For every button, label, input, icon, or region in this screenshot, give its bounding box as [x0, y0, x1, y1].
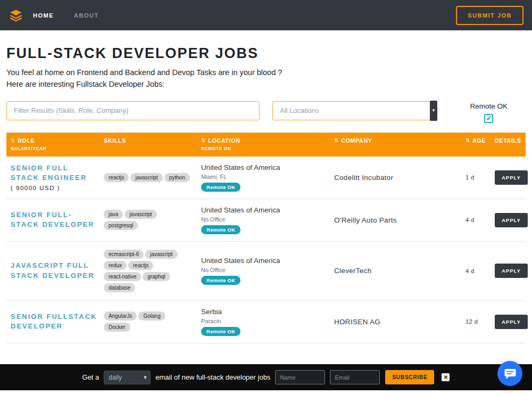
details-cell: APPLY [491, 213, 526, 227]
main-content: FULL-STACK DEVELOPER JOBS You feel at ho… [0, 45, 532, 343]
table-row: SENIOR FULL STACK ENGINEER ( 90000 USD )… [6, 157, 526, 199]
nav-link-about[interactable]: ABOUT [74, 12, 99, 19]
skill-badge: graphql [143, 272, 170, 281]
skill-badge: reactjs [104, 173, 129, 182]
role-cell: SENIOR FULL-STACK DEVELOPER [6, 210, 99, 229]
remote-ok-checkbox[interactable] [484, 114, 493, 123]
column-header-salary-label: SALARY/YEAR [11, 146, 99, 151]
skill-badge: database [104, 283, 135, 292]
job-role-link[interactable]: SENIOR FULLSTACK DEVELOPER [11, 312, 99, 331]
job-city: No Office [201, 267, 330, 273]
chevron-down-icon: ▼ [143, 375, 147, 380]
apply-button[interactable]: APPLY [495, 264, 528, 278]
skill-badge: postgresql [104, 221, 138, 230]
subtitle-line-1: You feel at home on Frontend and Backend… [6, 67, 526, 79]
filter-search-input[interactable] [6, 101, 260, 120]
job-company: CleverTech [330, 267, 461, 275]
table-header: ⇅ ROLE SALARY/YEAR SKILLS ⇅ LOCATION REM… [6, 133, 526, 157]
job-company: Codelitt Incubator [330, 174, 461, 182]
sort-icon: ⇅ [466, 137, 470, 143]
table-row: JAVASCRIPT FULL STACK DEVELOPER ecmascri… [6, 242, 526, 301]
table-row: SENIOR FULLSTACK DEVELOPER AngularJsGola… [6, 301, 526, 343]
role-cell: SENIOR FULLSTACK DEVELOPER [6, 312, 99, 331]
job-age: 4 d [461, 268, 491, 274]
apply-button[interactable]: APPLY [495, 315, 528, 329]
details-cell: APPLY [491, 264, 526, 278]
skill-badge: ecmascript-6 [104, 250, 144, 259]
jobs-table: ⇅ ROLE SALARY/YEAR SKILLS ⇅ LOCATION REM… [6, 133, 526, 343]
table-row: SENIOR FULL-STACK DEVELOPER javajavascri… [6, 199, 526, 242]
skill-badge: javascript [130, 173, 162, 182]
skill-badge: redux [104, 261, 127, 270]
job-role-link[interactable]: JAVASCRIPT FULL STACK DEVELOPER [11, 261, 99, 280]
column-header-location[interactable]: ⇅ LOCATION REMOTE OK [197, 137, 330, 151]
sort-icon: ⇅ [334, 137, 339, 143]
subscribe-prefix: Get a [82, 373, 99, 381]
column-header-role-label: ROLE [18, 137, 35, 144]
job-country: United States of America [201, 257, 330, 265]
remote-ok-badge: Remote OK [201, 183, 240, 192]
email-input[interactable] [330, 370, 380, 384]
column-header-location-label: LOCATION [208, 137, 240, 144]
column-header-company[interactable]: ⇅ COMPANY [330, 137, 461, 151]
chat-widget-button[interactable] [497, 361, 522, 386]
skill-badge: Docker [104, 323, 130, 332]
apply-button[interactable]: APPLY [495, 213, 528, 227]
apply-button[interactable]: APPLY [495, 170, 528, 185]
filter-row: All Locations ▼ Remote OK [6, 101, 526, 123]
location-cell: United States of America Miami, FL Remot… [197, 163, 330, 192]
subscribe-button[interactable]: SUBSCRIBE [385, 370, 434, 384]
details-cell: APPLY [491, 315, 526, 329]
frequency-select-value: daily [109, 374, 122, 381]
sort-icon: ⇅ [11, 137, 15, 143]
subscribe-suffix: email of new full-stack developer jobs [155, 373, 270, 381]
skill-badge: AngularJs [104, 311, 137, 321]
skill-badge: python [164, 173, 190, 182]
details-cell: APPLY [491, 170, 526, 185]
page-subtitle: You feel at home on Frontend and Backend… [6, 67, 526, 91]
role-cell: SENIOR FULL STACK ENGINEER ( 90000 USD ) [6, 163, 99, 191]
close-icon[interactable]: ✕ [442, 373, 450, 381]
skills-cell: AngularJsGolangDocker [99, 310, 193, 333]
job-role-link[interactable]: SENIOR FULL-STACK DEVELOPER [11, 210, 99, 229]
name-input[interactable] [275, 370, 325, 384]
job-role-link[interactable]: SENIOR FULL STACK ENGINEER [11, 163, 99, 183]
submit-job-button[interactable]: SUBMIT JOB [456, 6, 523, 25]
location-cell: United States of America No Office Remot… [197, 206, 330, 234]
column-header-skills: SKILLS [99, 137, 197, 151]
job-company: O'Reilly Auto Parts [330, 216, 461, 224]
skill-badge: javascript [145, 250, 177, 259]
layers-icon[interactable] [9, 8, 23, 23]
column-header-age-label: AGE [472, 137, 486, 144]
role-cell: JAVASCRIPT FULL STACK DEVELOPER [6, 261, 99, 280]
location-cell: Serbia Paracin Remote OK [197, 308, 330, 336]
subscribe-bar: Get a daily ▼ email of new full-stack de… [0, 364, 532, 390]
column-header-details-label: DETAILS [495, 137, 521, 144]
remote-ok-filter: Remote OK [470, 101, 508, 123]
column-header-skills-label: SKILLS [104, 137, 126, 144]
job-company: HORISEN AG [330, 318, 461, 326]
skill-badge: java [104, 210, 123, 219]
skills-cell: reactjsjavascriptpython [99, 172, 193, 183]
column-header-age[interactable]: ⇅ AGE [461, 137, 491, 151]
skill-badge: Golang [138, 311, 165, 321]
chevron-down-icon: ▼ [430, 101, 437, 121]
job-country: United States of America [201, 163, 330, 171]
column-header-remote-label: REMOTE OK [201, 146, 330, 151]
job-salary: ( 90000 USD ) [11, 185, 99, 191]
sort-icon: ⇅ [201, 137, 206, 143]
skill-badge: reactjs [128, 261, 153, 270]
remote-ok-badge: Remote OK [201, 327, 240, 336]
skill-badge: javascript [124, 210, 156, 219]
remote-ok-badge: Remote OK [201, 225, 240, 234]
job-age: 12 d [461, 318, 491, 325]
nav-link-home[interactable]: HOME [33, 12, 54, 19]
column-header-details: DETAILS [491, 137, 526, 151]
frequency-select[interactable]: daily ▼ [104, 371, 151, 384]
location-cell: United States of America No Office Remot… [197, 257, 330, 285]
location-select[interactable]: All Locations ▼ [272, 101, 437, 120]
job-city: No Office [201, 216, 330, 223]
remote-ok-badge: Remote OK [201, 276, 240, 285]
location-select-value: All Locations [280, 106, 319, 114]
column-header-role[interactable]: ⇅ ROLE SALARY/YEAR [6, 137, 99, 151]
